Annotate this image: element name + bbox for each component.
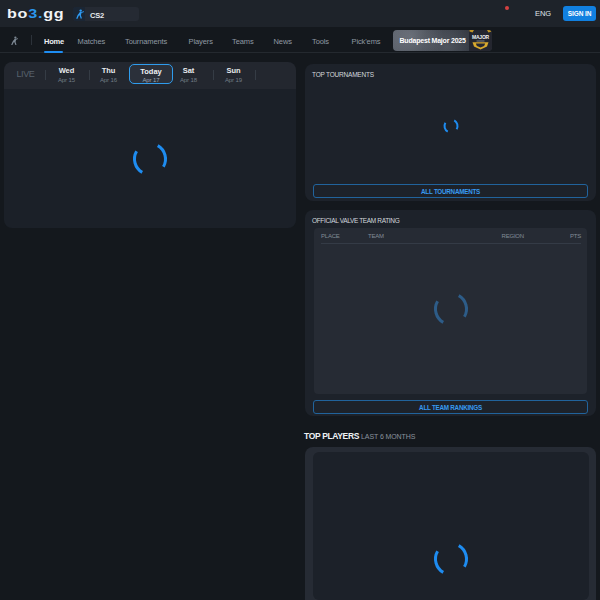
svg-text:MAJOR: MAJOR — [472, 34, 490, 40]
